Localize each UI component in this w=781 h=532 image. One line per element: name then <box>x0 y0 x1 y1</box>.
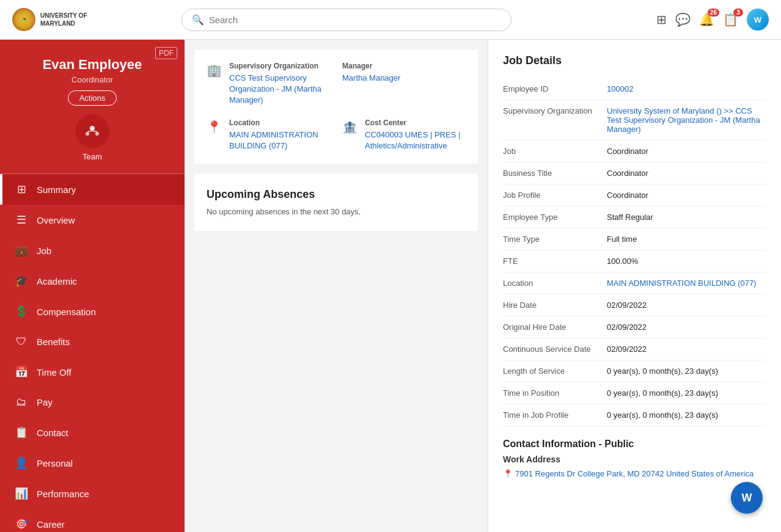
detail-label: Time Type <box>503 235 607 244</box>
inbox-badge: 3 <box>733 9 743 16</box>
job-details-rows: Employee ID 100002 Supervisory Organizat… <box>503 78 766 426</box>
supervisory-org-value[interactable]: CCS Test Supervisory Organization - JM (… <box>229 73 330 106</box>
detail-label: Supervisory Organization <box>503 106 607 115</box>
detail-value: 100.00% <box>607 257 766 266</box>
svg-line-3 <box>87 131 92 132</box>
detail-row: Continuous Service Date 02/09/2022 <box>503 338 766 360</box>
sidebar-nav: ⊞ Summary ☰ Overview 💼 Job 🎓 Academic 💲 … <box>0 174 185 532</box>
content-area: 🏢 Supervisory Organization CCS Test Supe… <box>185 40 781 532</box>
detail-label: Employee Type <box>503 213 607 222</box>
location-item: 📍 Location MAIN ADMINISTRATION BUILDING … <box>207 118 330 151</box>
org-info-card: 🏢 Supervisory Organization CCS Test Supe… <box>194 49 478 164</box>
sidebar-item-academic[interactable]: 🎓 Academic <box>0 266 185 296</box>
detail-label: Time in Job Profile <box>503 410 607 420</box>
cost-center-label: Cost Center <box>365 118 466 127</box>
detail-label: Job Profile <box>503 191 607 200</box>
sidebar-item-overview[interactable]: ☰ Overview <box>0 205 185 235</box>
contact-info-title: Contact Information - Public <box>503 439 766 450</box>
pay-icon: 🗂 <box>15 396 28 409</box>
detail-value: 02/09/2022 <box>607 322 766 332</box>
map-pin-icon: 📍 <box>503 469 513 478</box>
logo-area: 🐢 UNIVERSITY OF MARYLAND <box>12 8 104 31</box>
sidebar: PDF Evan Employee Coordinator Actions Te… <box>0 40 185 532</box>
detail-label: Business Title <box>503 169 607 178</box>
sidebar-item-label: Job <box>37 246 51 256</box>
cost-center-value[interactable]: CC040003 UMES | PRES | Athletics/Adminis… <box>365 129 466 151</box>
detail-value: Full time <box>607 235 766 244</box>
personal-icon: 👤 <box>15 456 28 470</box>
detail-row: FTE 100.00% <box>503 250 766 272</box>
sidebar-item-label: Pay <box>37 397 53 407</box>
location-label: Location <box>229 118 330 127</box>
search-bar[interactable]: 🔍 <box>182 9 512 31</box>
search-input[interactable] <box>209 15 501 25</box>
sidebar-item-time-off[interactable]: 📅 Time Off <box>0 357 185 387</box>
summary-icon: ⊞ <box>15 183 28 196</box>
employee-name: Evan Employee <box>43 57 142 73</box>
contact-icon: 📋 <box>15 426 28 439</box>
svg-line-4 <box>92 131 97 132</box>
user-avatar-button[interactable]: W <box>747 9 769 31</box>
sidebar-item-contact[interactable]: 📋 Contact <box>0 417 185 448</box>
detail-row: Supervisory Organization University Syst… <box>503 100 766 140</box>
detail-row: Length of Service 0 year(s), 0 month(s),… <box>503 360 766 382</box>
notifications-button[interactable]: 🔔 26 <box>699 12 714 27</box>
detail-value[interactable]: University System of Maryland () >> CCS … <box>607 106 766 134</box>
sidebar-item-job[interactable]: 💼 Job <box>0 235 185 266</box>
org-icon: 🏢 <box>207 63 222 78</box>
grid-menu-button[interactable]: ⊞ <box>656 12 667 27</box>
detail-label: Original Hire Date <box>503 322 607 332</box>
benefits-icon: 🛡 <box>15 335 28 348</box>
sidebar-item-label: Compensation <box>37 307 96 317</box>
top-navigation: 🐢 UNIVERSITY OF MARYLAND 🔍 ⊞ 💬 🔔 26 📋 3 … <box>0 0 781 40</box>
detail-value[interactable]: 100002 <box>607 84 766 93</box>
sidebar-item-pay[interactable]: 🗂 Pay <box>0 387 185 417</box>
floating-action-button[interactable]: W <box>731 482 763 514</box>
location-icon: 📍 <box>207 120 222 134</box>
search-icon: 🔍 <box>192 14 204 26</box>
upcoming-absences-card: Upcoming Absences No upcoming absences i… <box>194 173 478 231</box>
pdf-button[interactable]: PDF <box>155 47 177 59</box>
sidebar-header: PDF Evan Employee Coordinator Actions Te… <box>0 40 185 173</box>
sidebar-item-performance[interactable]: 📊 Performance <box>0 478 185 509</box>
sidebar-item-personal[interactable]: 👤 Personal <box>0 448 185 478</box>
team-icon-button[interactable] <box>75 114 109 148</box>
main-layout: PDF Evan Employee Coordinator Actions Te… <box>0 40 781 532</box>
career-icon: 🎯 <box>15 517 28 531</box>
absence-title: Upcoming Absences <box>207 188 466 201</box>
sidebar-item-career[interactable]: 🎯 Career <box>0 509 185 532</box>
university-name: UNIVERSITY OF MARYLAND <box>40 12 87 27</box>
sidebar-item-benefits[interactable]: 🛡 Benefits <box>0 327 185 357</box>
job-details-title: Job Details <box>503 54 766 67</box>
sidebar-item-label: Academic <box>37 276 77 286</box>
sidebar-item-compensation[interactable]: 💲 Compensation <box>0 296 185 327</box>
sidebar-item-summary[interactable]: ⊞ Summary <box>0 174 185 205</box>
job-icon: 💼 <box>15 244 28 257</box>
work-address-value[interactable]: 📍 7901 Regents Dr College Park, MD 20742… <box>503 469 766 478</box>
location-value[interactable]: MAIN ADMINISTRATION BUILDING (077) <box>229 129 330 151</box>
detail-label: FTE <box>503 257 607 266</box>
detail-row: Original Hire Date 02/09/2022 <box>503 316 766 338</box>
supervisory-org-item: 🏢 Supervisory Organization CCS Test Supe… <box>207 62 330 106</box>
svg-point-0 <box>90 126 95 131</box>
svg-point-1 <box>86 132 89 136</box>
sidebar-item-label: Contact <box>37 428 68 438</box>
detail-label: Employee ID <box>503 84 607 93</box>
manager-value[interactable]: Martha Manager <box>342 73 400 84</box>
sidebar-item-label: Career <box>37 519 65 530</box>
work-address-label: Work Address <box>503 454 766 464</box>
detail-label: Job <box>503 147 607 156</box>
sidebar-item-label: Time Off <box>37 367 72 377</box>
team-label: Team <box>82 152 102 161</box>
chat-button[interactable]: 💬 <box>675 12 691 27</box>
floating-btn-icon: W <box>742 492 752 505</box>
detail-value: Coordinator <box>607 169 766 178</box>
detail-value[interactable]: MAIN ADMINISTRATION BUILDING (077) <box>607 279 766 288</box>
detail-row: Time Type Full time <box>503 228 766 250</box>
inbox-button[interactable]: 📋 3 <box>723 12 738 27</box>
middle-panel: 🏢 Supervisory Organization CCS Test Supe… <box>185 40 488 532</box>
detail-value: Coordinator <box>607 147 766 156</box>
actions-button[interactable]: Actions <box>68 90 117 106</box>
nav-icons: ⊞ 💬 🔔 26 📋 3 W <box>656 9 769 31</box>
detail-label: Continuous Service Date <box>503 344 607 354</box>
